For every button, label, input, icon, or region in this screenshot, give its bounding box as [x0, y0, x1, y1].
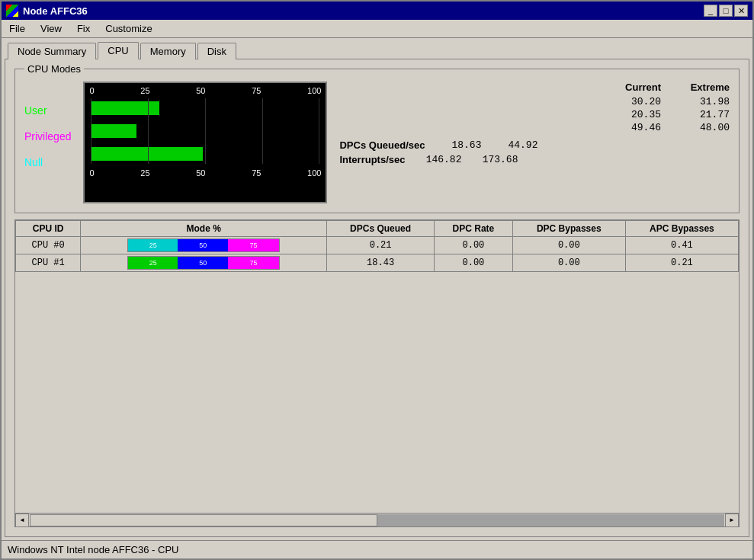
privileged-extreme: 21.77 [676, 109, 730, 120]
app-icon [6, 5, 18, 17]
menu-customize[interactable]: Customize [101, 21, 156, 36]
null-stats-row: 49.46 48.00 [339, 122, 730, 133]
col-apc-bypasses: APC Bypasses [625, 221, 738, 237]
interrupts-label: Interrupts/sec [339, 154, 405, 165]
null-current: 49.46 [608, 122, 661, 133]
main-content: CPU Modes User Privileged Null 0 25 50 7… [5, 59, 749, 537]
tab-bar: Node Summary CPU Memory Disk [2, 38, 752, 59]
mode-bar-wrapper-0: 25 50 75 [127, 238, 280, 252]
chart-axis-top: 0 25 50 75 100 [88, 86, 322, 95]
col-dpc-bypasses: DPC Bypasses [512, 221, 625, 237]
col-mode-pct: Mode % [81, 221, 327, 237]
cpu-mode-labels: User Privileged Null [24, 82, 71, 168]
scroll-track[interactable] [30, 514, 724, 526]
close-button[interactable]: ✕ [734, 5, 748, 17]
cpu-modes-inner: User Privileged Null 0 25 50 75 100 [24, 75, 730, 203]
menu-view[interactable]: View [36, 21, 66, 36]
extra-stats: DPCs Queued/sec 18.63 44.92 Interrupts/s… [339, 139, 730, 165]
null-extreme: 48.00 [676, 122, 730, 133]
dpcs-label: DPCs Queued/sec [339, 139, 425, 151]
minimize-button[interactable]: _ [704, 5, 717, 17]
table-row: CPU #0 25 50 75 [16, 237, 739, 254]
cpu-bar-chart: 0 25 50 75 100 [83, 82, 327, 203]
menu-bar: File View Fix Customize [2, 20, 752, 38]
dpcs-queued-1: 18.43 [327, 254, 435, 272]
cpu-modes-title: CPU Modes [24, 63, 84, 75]
col-dpcs-queued: DPCs Queued [327, 221, 435, 237]
cpu-id-1: CPU #1 [16, 254, 81, 272]
extreme-header: Extreme [676, 82, 730, 93]
horizontal-scrollbar[interactable]: ◄ ► [15, 513, 739, 526]
scroll-thumb[interactable] [30, 514, 377, 526]
mode-bar-wrapper-1: 25 50 75 [127, 256, 280, 270]
null-label: Null [24, 156, 71, 168]
mode-bar-1: 25 50 75 [81, 254, 327, 272]
cpu-modes-group: CPU Modes User Privileged Null 0 25 50 7… [14, 69, 740, 213]
cpu-id-0: CPU #0 [16, 237, 81, 254]
menu-file[interactable]: File [5, 21, 30, 36]
user-current: 30.20 [608, 96, 661, 107]
interrupts-extreme: 173.68 [464, 154, 518, 165]
dpc-rate-0: 0.00 [435, 237, 513, 254]
scroll-left-button[interactable]: ◄ [15, 514, 29, 527]
table-header-row: CPU ID Mode % DPCs Queued DPC Rate DPC B… [16, 221, 739, 237]
table-empty-area [15, 272, 739, 513]
chart-axis-bottom: 0 25 50 75 100 [88, 168, 322, 178]
tab-disk[interactable]: Disk [197, 43, 236, 59]
title-bar: Node AFFC36 _ □ ✕ [2, 2, 752, 20]
table-row: CPU #1 25 50 75 [16, 254, 739, 272]
cpu-table-container: CPU ID Mode % DPCs Queued DPC Rate DPC B… [14, 219, 740, 527]
interrupts-current: 146.82 [408, 154, 461, 165]
col-dpc-rate: DPC Rate [435, 221, 513, 237]
apc-bypasses-1: 0.21 [625, 254, 738, 272]
menu-fix[interactable]: Fix [72, 21, 95, 36]
apc-bypasses-0: 0.41 [625, 237, 738, 254]
dpcs-queued-0: 0.21 [327, 237, 435, 254]
user-stats-row: 30.20 31.98 [339, 96, 730, 107]
privileged-bar [91, 124, 136, 138]
main-window: Node AFFC36 _ □ ✕ File View Fix Customiz… [0, 0, 754, 560]
maximize-button[interactable]: □ [719, 5, 733, 17]
tab-memory[interactable]: Memory [140, 43, 196, 59]
tab-cpu[interactable]: CPU [98, 42, 138, 59]
current-header: Current [608, 82, 661, 93]
stats-header: Current Extreme [339, 82, 730, 93]
dpc-bypasses-1: 0.00 [512, 254, 625, 272]
user-label: User [24, 104, 71, 117]
title-buttons: _ □ ✕ [704, 5, 748, 17]
null-bar [91, 147, 203, 161]
cpu-stats-section: Current Extreme 30.20 31.98 20.35 21.77 … [339, 82, 730, 165]
scroll-right-button[interactable]: ► [725, 514, 739, 527]
status-text: Windows NT Intel node AFFC36 - CPU [8, 544, 178, 555]
dpc-bypasses-0: 0.00 [512, 237, 625, 254]
title-bar-left: Node AFFC36 [6, 5, 88, 17]
tab-node-summary[interactable]: Node Summary [8, 43, 96, 59]
privileged-stats-row: 20.35 21.77 [339, 109, 730, 120]
privileged-current: 20.35 [608, 109, 661, 120]
status-bar: Windows NT Intel node AFFC36 - CPU [2, 540, 752, 558]
dpcs-extreme: 44.92 [484, 139, 537, 151]
window-title: Node AFFC36 [23, 5, 88, 17]
user-extreme: 31.98 [676, 96, 730, 107]
dpcs-current: 18.63 [428, 139, 481, 151]
user-bar [91, 101, 159, 115]
privileged-label: Privileged [24, 130, 71, 142]
mode-bar-0: 25 50 75 [81, 237, 327, 254]
dpc-rate-1: 0.00 [435, 254, 513, 272]
cpu-table: CPU ID Mode % DPCs Queued DPC Rate DPC B… [15, 220, 739, 272]
col-cpu-id: CPU ID [16, 221, 81, 237]
